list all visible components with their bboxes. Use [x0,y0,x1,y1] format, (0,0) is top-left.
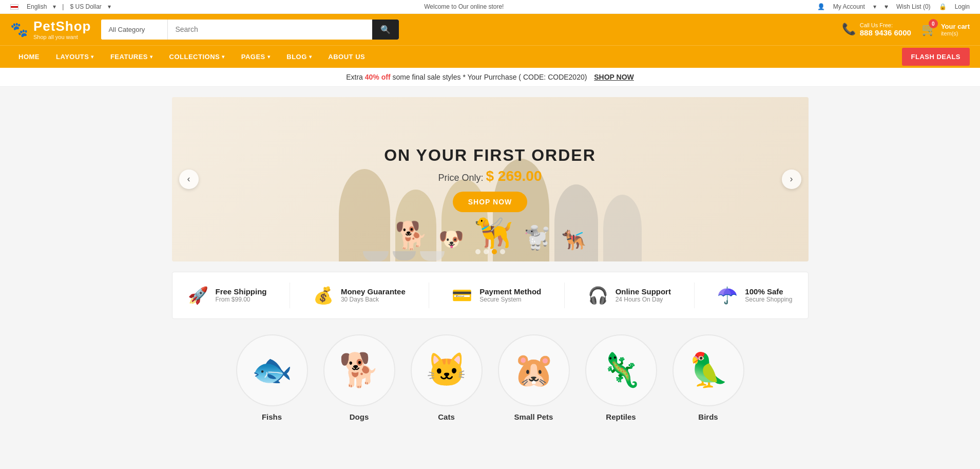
hero-slider: 🐕 🐶 🦮 🐩 🐕‍🦺 ‹ ON YOUR FIRST ORDER Price … [172,97,809,261]
features-arrow: ▾ [150,54,153,60]
flag-icon [10,3,21,10]
dog2: 🐶 [438,227,464,251]
birds-label: Birds [698,412,718,421]
free-shipping-sub: From $99.00 [216,296,267,303]
top-bar: English ▾ | $ US Dollar ▾ Welcome to Our… [0,0,980,14]
dot-1[interactable] [475,249,481,254]
small-pets-circle: 🐹 [498,334,570,406]
promo-shop-now[interactable]: SHOP NOW [594,73,634,81]
money-guarantee-title: Money Guarantee [341,287,406,296]
dog5: 🐕‍🦺 [562,229,586,251]
layouts-arrow: ▾ [91,54,94,60]
logo-text: PetShop Shop all you want [33,19,91,40]
bowls [363,251,445,261]
category-fishs[interactable]: 🐟 Fishs [236,334,308,421]
logo[interactable]: 🐾 PetShop Shop all you want [10,19,91,40]
pages-arrow: ▾ [267,54,271,60]
category-small-pets[interactable]: 🐹 Small Pets [498,334,570,421]
dogs-circle: 🐕 [323,334,395,406]
reptiles-circle: 🦎 [585,334,657,406]
divider-2 [429,283,429,308]
nav-links: HOME LAYOUTS ▾ FEATURES ▾ COLLECTIONS ▾ … [10,46,902,68]
lizard-emoji: 🦎 [601,351,642,389]
top-bar-left: English ▾ | $ US Dollar ▾ [10,3,111,10]
search-category-select[interactable]: All Category [101,20,168,40]
my-account-link[interactable]: My Account [833,3,865,10]
promo-discount: 40% off [365,73,391,81]
bird-emoji: 🦜 [688,351,729,389]
feature-support: 🎧 Online Support 24 Hours On Day [588,286,671,305]
call-us: 📞 Call Us Free: 888 9436 6000 [842,22,911,37]
call-us-label: Call Us Free: [860,22,911,28]
flash-deals-button[interactable]: FLASH DEALS [902,48,970,66]
separator: | [62,3,64,10]
feature-safe: ☂️ 100% Safe Secure Shopping [717,286,792,305]
dot-2[interactable] [484,249,489,254]
categories-grid: 🐟 Fishs 🐕 Dogs 🐱 Cats 🐹 Small [172,334,809,421]
hero-dogs: 🐕 🐶 🦮 🐩 🐕‍🦺 [395,215,586,251]
divider-4 [694,283,695,308]
search-input[interactable] [168,20,372,40]
rocket-icon: 🚀 [188,286,208,305]
reptiles-label: Reptiles [606,412,636,421]
payment-title: Payment Method [479,287,541,296]
category-dogs[interactable]: 🐕 Dogs [323,334,395,421]
slider-prev-button[interactable]: ‹ [179,170,199,189]
hero-title: ON YOUR FIRST ORDER [384,146,596,165]
logo-tagline: Shop all you want [33,34,91,40]
cart-button[interactable]: 🛒 0 Your cart item(s) [921,22,970,36]
feature-free-shipping: 🚀 Free Shipping From $99.00 [188,286,267,305]
hero-subtitle: Price Only: $ 269.00 [384,168,596,184]
dot-4[interactable] [500,249,505,254]
login-link[interactable]: Login [955,3,970,10]
cat-emoji: 🐱 [426,351,467,389]
cats-circle: 🐱 [411,334,483,406]
top-bar-right: 👤 My Account ▾ ♥ Wish List (0) 🔒 Login [817,3,970,10]
hamster-emoji: 🐹 [513,351,554,389]
birds-circle: 🦜 [672,334,744,406]
heart-icon: ♥ [885,3,888,10]
search-area: All Category 🔍 [101,20,399,40]
logo-name: PetShop [33,19,91,34]
language-selector[interactable]: English [27,3,47,10]
nav-item-blog[interactable]: BLOG ▾ [278,46,320,68]
categories-section: 🐟 Fishs 🐕 Dogs 🐱 Cats 🐹 Small [172,334,809,421]
nav-item-about[interactable]: ABOUT US [320,46,373,68]
phone-icon: 📞 [842,23,856,36]
search-button[interactable]: 🔍 [372,20,399,40]
dog-emoji: 🐕 [339,351,380,389]
features-bar: 🚀 Free Shipping From $99.00 💰 Money Guar… [172,272,809,319]
blog-arrow: ▾ [309,54,312,60]
category-birds[interactable]: 🦜 Birds [672,334,744,421]
hero-shop-button[interactable]: SHOP NOW [453,192,528,212]
small-pets-label: Small Pets [514,412,553,421]
wish-list-link[interactable]: Wish List (0) [896,3,931,10]
umbrella-icon: ☂️ [717,286,738,305]
dot-3[interactable] [492,249,497,254]
category-reptiles[interactable]: 🦎 Reptiles [585,334,657,421]
hero-price: $ 269.00 [486,168,542,184]
cats-label: Cats [438,412,455,421]
nav-item-features[interactable]: FEATURES ▾ [102,46,161,68]
feature-payment: 💳 Payment Method Secure System [452,286,541,305]
payment-sub: Secure System [479,296,541,303]
nav-item-layouts[interactable]: LAYOUTS ▾ [48,46,102,68]
nav-item-home[interactable]: HOME [10,46,48,68]
nav-item-pages[interactable]: PAGES ▾ [233,46,279,68]
money-guarantee-sub: 30 Days Back [341,296,406,303]
slider-next-button[interactable]: › [782,170,801,189]
cart-sub: item(s) [941,30,970,36]
promo-banner: Extra 40% off some final sale styles * Y… [0,68,980,87]
dogs-label: Dogs [350,412,369,421]
nav-item-collections[interactable]: COLLECTIONS ▾ [161,46,233,68]
currency-selector[interactable]: $ US Dollar [70,3,101,10]
main-content: 🐕 🐶 🦮 🐩 🐕‍🦺 ‹ ON YOUR FIRST ORDER Price … [162,97,819,421]
currency-arrow: ▾ [108,3,111,10]
paw-icon: 🐾 [10,21,28,38]
navigation: HOME LAYOUTS ▾ FEATURES ▾ COLLECTIONS ▾ … [0,45,980,68]
dog4: 🐩 [523,224,551,251]
category-cats[interactable]: 🐱 Cats [411,334,483,421]
fishs-label: Fishs [262,412,282,421]
user-icon: 👤 [817,3,825,10]
payment-icon: 💳 [452,286,472,305]
